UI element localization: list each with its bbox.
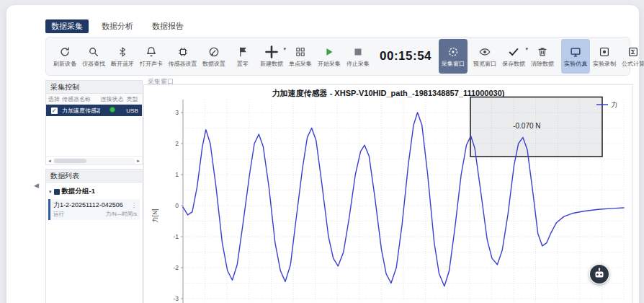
plus-icon [264,45,279,58]
chart-panel: 3210-1-2-3力[N]-0.070 N力 力加速度传感器 - XHSP-V… [143,84,633,303]
toolbar-button-label: 置零 [237,60,249,68]
collect-panel-title: 采集控制 [46,81,142,94]
sensor-table-hscrollbar[interactable]: ◂ ▸ [46,156,142,164]
tab-data-report[interactable]: 数据报告 [146,19,189,33]
robot-icon [589,264,609,284]
svg-text:-1: -1 [173,233,179,240]
toolbar-button-label: 仪器查找 [82,60,105,68]
column-sensor-name: 传感器名称 [62,95,100,103]
toolbar-button-label: 预览窗口 [473,60,496,68]
scrollbar-track[interactable] [53,158,135,164]
experiment-simulate-button[interactable]: 实验仿真 [561,39,590,74]
toolbar-button-label: 新建数据 [260,60,283,68]
sensor-settings-button[interactable]: 传感器设置 [166,39,200,74]
clear-data-button[interactable]: 清除数据 [528,39,557,74]
data-list-item[interactable]: 力1-2-20251112-042506 ⋮ 运行 力/N—时间/s [48,199,140,220]
sensor-row[interactable]: ✓ 力加速度传感器 USB [46,105,142,116]
scroll-left-icon[interactable]: ◂ [46,157,53,164]
capture-window-button[interactable]: 采集窗口 [439,39,468,74]
svg-text:-3: -3 [173,295,179,302]
save-data-button[interactable]: ▾ 保存数据 [499,39,528,74]
column-type: 类型 [124,95,140,103]
scrollbar-thumb[interactable] [54,159,86,163]
bell-icon [145,45,158,58]
main-tabbar: 数据采集 数据分析 数据报告 [45,19,189,33]
sensor-type: USB [124,107,140,114]
preview-window-button[interactable]: 预览窗口 [470,39,499,74]
sensor-table-header: 选择 传感器名称 连接状态 类型 [46,94,142,105]
refresh-icon [58,45,71,58]
toolbar-button-label: 清除数据 [531,60,554,68]
experiment-record-button[interactable]: 实验录制 [590,39,619,74]
collect-control-panel: 采集控制 选择 传感器名称 连接状态 类型 ✓ 力加速度传感器 USB ◂ ▸ [45,80,143,165]
data-tree: ▾ 数据分组-1 力1-2-20251112-042506 ⋮ 运行 力/N—时… [46,183,142,221]
toolbar-button-label: 单点采集 [289,60,312,68]
data-item-title: 力1-2-20251112-042506 [53,201,123,210]
sidebar-collapse-arrow[interactable]: ◀ [34,183,39,189]
set-zero-button[interactable]: 置零 [228,39,257,74]
column-select: 选择 [46,95,62,103]
data-item-status: 运行 [53,211,64,218]
item-more-icon[interactable]: ⋮ [131,202,137,208]
check-icon [507,45,520,58]
toolbar-button-label: 刷新设备 [53,60,76,68]
svg-text:1: 1 [175,171,179,178]
capture-window-icon [447,45,460,58]
new-data-button[interactable]: ▾ 新建数据 [257,39,286,74]
svg-text:-2: -2 [173,264,179,271]
toolbar-button-label: 开始采集 [318,60,341,68]
find-device-button[interactable]: 仪器查找 [79,39,108,74]
group-folder-icon [54,189,60,195]
tab-data-analysis[interactable]: 数据分析 [96,19,139,33]
disconnect-bluetooth-button[interactable]: 断开蓝牙 [108,39,137,74]
data-settings-button[interactable]: 数据设置 [200,39,228,74]
toolbar-button-label: 数据设置 [202,60,225,68]
column-connect-status: 连接状态 [100,95,124,103]
search-icon [87,45,100,58]
formula-icon [627,45,640,58]
app-window: ◀ 数据采集 数据分析 数据报告 刷新设备 仪器查找 断开蓝牙 打开声卡 传感器… [6,4,640,303]
toolbar-button-label: 传感器设置 [169,60,197,68]
stop-collect-button[interactable]: 停止采集 [344,39,372,74]
data-list-panel-title: 数据列表 [46,170,142,183]
tab-data-collect[interactable]: 数据采集 [45,19,89,33]
toolbar-button-label: 采集窗口 [442,60,465,68]
data-settings-icon [207,45,220,58]
refresh-device-button[interactable]: 刷新设备 [50,39,79,74]
svg-text:-0.070 N: -0.070 N [513,122,540,130]
open-soundcard-button[interactable]: 打开声卡 [137,39,166,74]
monitor-icon [569,45,582,58]
toolbar-button-label: 保存数据 [502,60,525,68]
data-group-label: 数据分组-1 [62,187,95,196]
trash-icon [536,45,549,58]
flag-icon [236,45,249,58]
sensor-checkbox[interactable]: ✓ [51,107,58,114]
toolbar-button-label: 停止采集 [346,60,370,68]
toolbar-button-label: 打开声卡 [140,60,163,68]
svg-text:力: 力 [611,101,617,108]
svg-text:力[N]: 力[N] [151,208,158,222]
data-group-row[interactable]: ▾ 数据分组-1 [46,184,142,198]
start-collect-button[interactable]: 开始采集 [315,39,344,74]
sidebar: 采集控制 选择 传感器名称 连接状态 类型 ✓ 力加速度传感器 USB ◂ ▸ … [45,80,143,303]
toolbar-button-label: 实验仿真 [564,60,587,68]
assistant-fab[interactable] [589,264,609,284]
single-point-button[interactable]: 单点采集 [286,39,315,74]
scroll-right-icon[interactable]: ▸ [135,157,142,164]
svg-text:0: 0 [175,202,179,209]
sensor-table-empty-area [46,116,142,156]
eye-icon [478,45,491,58]
formula-calc-button[interactable]: 公式计算 [619,39,644,74]
point-grid-icon [295,45,306,58]
waveform-chart[interactable]: 3210-1-2-3力[N]-0.070 N力 [144,85,632,303]
status-dot-connected-icon [109,107,115,113]
sensor-settings-icon [176,45,189,58]
bluetooth-icon [116,45,129,58]
toolbar: 刷新设备 仪器查找 断开蓝牙 打开声卡 传感器设置 数据设置 置零 [45,37,630,76]
toolbar-button-label: 公式计算 [622,60,644,68]
tree-expand-caret-icon[interactable]: ▾ [49,189,52,195]
record-icon [598,45,611,58]
sensor-name: 力加速度传感器 [62,107,100,115]
acquisition-timer: 00:15:54 [380,49,431,63]
play-icon [323,45,336,58]
